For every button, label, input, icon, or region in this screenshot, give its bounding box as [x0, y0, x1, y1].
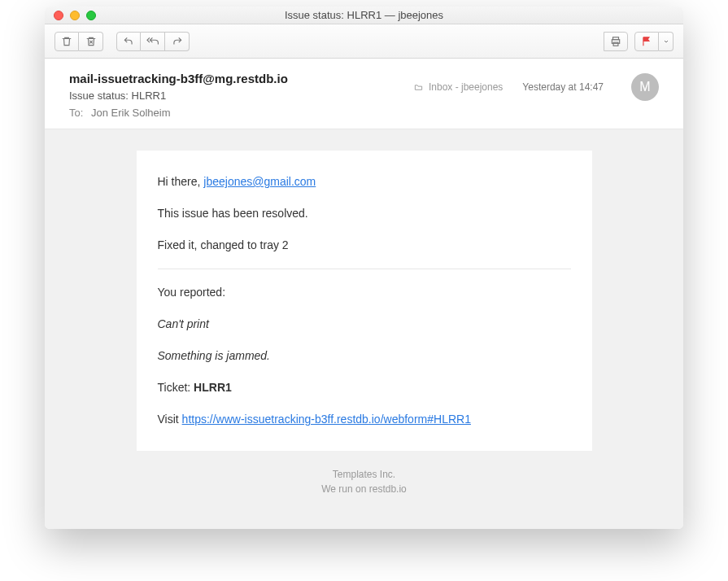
- avatar[interactable]: M: [631, 73, 659, 101]
- close-window-button[interactable]: [54, 11, 63, 20]
- ticket-prefix: Ticket:: [158, 381, 194, 394]
- titlebar: Issue status: HLRR1 — jbeejones: [45, 7, 683, 24]
- to-line: To: Jon Erik Solheim: [69, 107, 413, 119]
- timestamp: Yesterday at 14:47: [522, 81, 604, 93]
- footer-tagline: We run on restdb.io: [45, 482, 683, 496]
- report-desc: Something is jammed.: [158, 347, 571, 365]
- reported-label: You reported:: [158, 284, 571, 301]
- chevron-down-icon: [663, 38, 669, 45]
- print-icon: [609, 36, 622, 47]
- sender-address[interactable]: mail-issuetracking-b3ff@mg.restdb.io: [69, 72, 413, 85]
- reply-all-icon: [146, 36, 160, 47]
- forward-icon: [171, 36, 184, 47]
- message-content: Hi there, jbeejones@gmail.com This issue…: [137, 151, 592, 451]
- divider: [158, 269, 571, 269]
- to-label: To:: [69, 107, 83, 119]
- junk-button[interactable]: [79, 32, 103, 51]
- resolved-line: This issue has been resolved.: [158, 205, 571, 222]
- flag-menu-button[interactable]: [659, 32, 674, 51]
- reply-button[interactable]: [116, 32, 141, 51]
- forward-button[interactable]: [165, 32, 190, 51]
- avatar-initial: M: [639, 80, 650, 94]
- ticket-line: Ticket: HLRR1: [158, 379, 571, 396]
- visit-line: Visit https://www-issuetracking-b3ff.res…: [158, 411, 571, 428]
- message-header: mail-issuetracking-b3ff@mg.restdb.io Iss…: [45, 59, 683, 129]
- folder-name: Inbox - jbeejones: [429, 81, 503, 93]
- message-body-area: Hi there, jbeejones@gmail.com This issue…: [45, 129, 683, 529]
- folder-icon: [413, 83, 424, 92]
- ticket-id: HLRR1: [194, 381, 232, 394]
- window-title: Issue status: HLRR1 — jbeejones: [45, 9, 683, 21]
- flag-button[interactable]: [634, 32, 659, 51]
- greeting-prefix: Hi there,: [158, 175, 204, 188]
- footer: Templates Inc. We run on restdb.io: [45, 467, 683, 496]
- flag-icon: [641, 36, 652, 47]
- to-recipient[interactable]: Jon Erik Solheim: [91, 107, 171, 119]
- toolbar: [45, 24, 683, 59]
- window-controls: [45, 11, 96, 20]
- trash-icon: [61, 36, 72, 47]
- zoom-window-button[interactable]: [86, 11, 96, 20]
- report-title: Can't print: [158, 316, 571, 333]
- reply-icon: [122, 36, 135, 47]
- junk-icon: [85, 36, 97, 47]
- minimize-window-button[interactable]: [70, 11, 80, 20]
- delete-button[interactable]: [54, 32, 79, 51]
- print-button[interactable]: [604, 32, 628, 51]
- greeting-email-link[interactable]: jbeejones@gmail.com: [203, 175, 316, 188]
- reply-all-button[interactable]: [141, 32, 165, 51]
- mail-message-window: Issue status: HLRR1 — jbeejones: [45, 7, 683, 529]
- greeting-line: Hi there, jbeejones@gmail.com: [158, 173, 571, 190]
- visit-prefix: Visit: [158, 413, 182, 426]
- footer-company: Templates Inc.: [45, 467, 683, 482]
- fix-line: Fixed it, changed to tray 2: [158, 237, 571, 254]
- subject-line: Issue status: HLRR1: [69, 90, 413, 102]
- visit-link[interactable]: https://www-issuetracking-b3ff.restdb.io…: [182, 413, 471, 426]
- folder-indicator[interactable]: Inbox - jbeejones: [413, 81, 503, 93]
